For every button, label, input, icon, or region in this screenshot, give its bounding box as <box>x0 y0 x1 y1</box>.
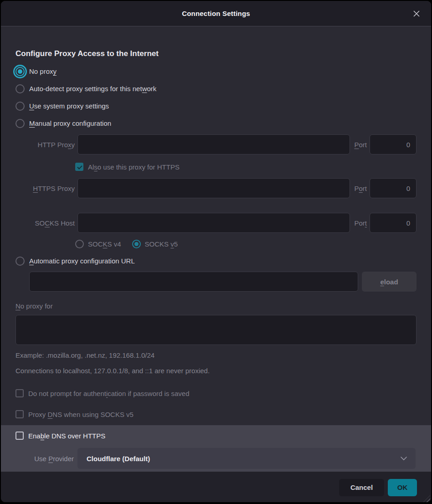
radio-label-manual-proxy: Manual proxy configuration <box>29 118 111 129</box>
radio-row-auto-url[interactable]: Automatic proxy configuration URL <box>15 256 417 266</box>
radio-auto-detect[interactable] <box>15 84 25 93</box>
https-proxy-label: HTTPS Proxy <box>15 185 75 192</box>
radio-label-no-proxy: No proxy <box>29 66 57 77</box>
radio-row-manual-proxy[interactable]: Manual proxy configuration <box>15 118 417 129</box>
socks-v5-label: SOCKS v5 <box>145 239 178 249</box>
enable-doh-row[interactable]: Enable DNS over HTTPS <box>14 430 417 441</box>
use-provider-label: Use Provider <box>15 455 74 463</box>
page-title: Configure Proxy Access to the Internet <box>15 48 417 59</box>
checkbox-proxy-dns[interactable] <box>15 410 24 418</box>
close-button[interactable] <box>410 7 423 20</box>
radio-socks-v5[interactable] <box>132 240 141 248</box>
auto-config-url-input[interactable] <box>29 272 358 292</box>
no-prompt-auth-label: Do not prompt for authentication if pass… <box>28 388 190 399</box>
resize-grip[interactable] <box>423 495 430 502</box>
radio-row-system-proxy[interactable]: Use system proxy settings <box>15 101 417 111</box>
radio-manual-proxy[interactable] <box>15 119 25 128</box>
auto-url-row: eload <box>29 272 417 292</box>
dialog-footer: Cancel OK <box>1 472 431 502</box>
checkbox-also-https[interactable] <box>75 163 83 171</box>
ok-button[interactable]: OK <box>388 479 417 496</box>
also-https-label: Also use this proxy for HTTPS <box>88 162 180 172</box>
enable-doh-label: Enable DNS over HTTPS <box>28 431 105 441</box>
radio-row-no-proxy[interactable]: No proxy <box>15 66 417 77</box>
dialog-titlebar: Connection Settings <box>1 1 431 26</box>
http-port-label: Port <box>354 141 367 149</box>
socks-host-label: SOCKS Host <box>15 219 75 227</box>
socks-host-row: SOCKS Host Port <box>15 213 417 233</box>
https-port-input[interactable] <box>370 178 417 198</box>
dialog-content: Configure Proxy Access to the Internet N… <box>1 26 431 425</box>
checkbox-enable-doh[interactable] <box>15 432 24 440</box>
http-proxy-row: HTTP Proxy Port <box>15 134 417 154</box>
socks-version-row: SOCKS v4 SOCKS v5 <box>75 238 417 249</box>
no-proxy-for-textarea[interactable] <box>15 315 417 345</box>
dialog-title: Connection Settings <box>182 10 250 17</box>
socks-port-input[interactable] <box>370 213 417 233</box>
reload-button[interactable]: eload <box>362 272 417 292</box>
socks-port-label: Port <box>354 219 367 227</box>
checkbox-no-prompt-auth[interactable] <box>15 389 24 397</box>
doh-highlight-section: Enable DNS over HTTPS Use Provider Cloud… <box>1 425 431 472</box>
https-proxy-input[interactable] <box>77 178 350 198</box>
radio-socks-v4[interactable] <box>75 240 84 248</box>
https-proxy-row: HTTPS Proxy Port <box>15 178 417 198</box>
socks-v4-label: SOCKS v4 <box>88 239 121 249</box>
radio-no-proxy[interactable] <box>15 67 25 76</box>
http-proxy-input[interactable] <box>77 134 350 154</box>
radio-label-system-proxy: Use system proxy settings <box>29 101 109 111</box>
radio-system-proxy[interactable] <box>15 102 25 111</box>
radio-label-auto-detect: Auto-detect proxy settings for this netw… <box>29 83 156 94</box>
https-port-label: Port <box>354 185 367 192</box>
no-proxy-example-text: Example: .mozilla.org, .net.nz, 192.168.… <box>15 350 417 360</box>
http-port-input[interactable] <box>370 134 417 154</box>
also-https-row[interactable]: Also use this proxy for HTTPS <box>75 161 417 172</box>
no-proxy-for-label: No proxy for <box>15 301 417 311</box>
cancel-button[interactable]: Cancel <box>339 479 384 496</box>
localhost-note-text: Connections to localhost, 127.0.0.1/8, a… <box>15 365 417 376</box>
socks-host-input[interactable] <box>77 213 350 233</box>
radio-row-auto-detect[interactable]: Auto-detect proxy settings for this netw… <box>15 83 417 94</box>
close-icon <box>412 10 421 18</box>
chevron-down-icon <box>400 456 407 461</box>
radio-auto-url[interactable] <box>15 257 25 266</box>
provider-select[interactable]: Cloudflare (Default) <box>77 448 416 469</box>
radio-label-auto-url: Automatic proxy configuration URL <box>29 256 135 266</box>
no-prompt-auth-row[interactable]: Do not prompt for authentication if pass… <box>15 388 417 399</box>
provider-selected-value: Cloudflare (Default) <box>87 455 400 463</box>
connection-settings-dialog: Connection Settings Configure Proxy Acce… <box>1 1 431 502</box>
http-proxy-label: HTTP Proxy <box>15 141 75 149</box>
provider-row: Use Provider Cloudflare (Default) <box>15 448 417 469</box>
proxy-dns-row[interactable]: Proxy DNS when using SOCKS v5 <box>15 409 417 420</box>
proxy-dns-label: Proxy DNS when using SOCKS v5 <box>28 409 134 420</box>
